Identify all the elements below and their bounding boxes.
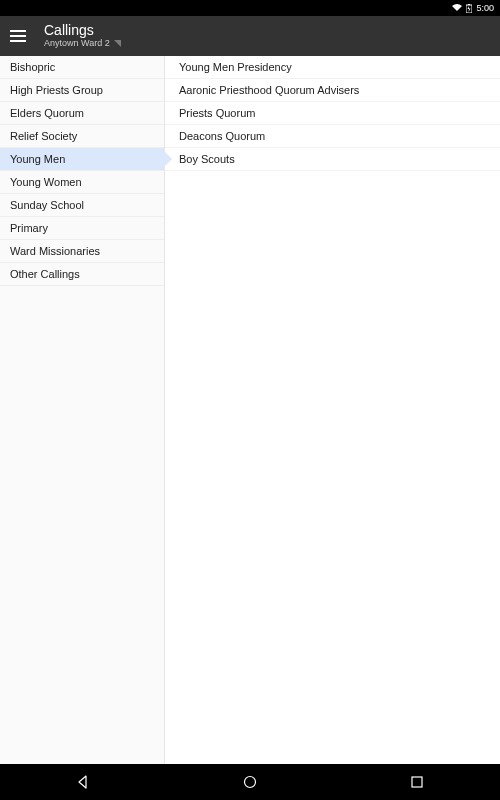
sidebar-item-label: Ward Missionaries [10, 245, 100, 257]
detail-item-label: Priests Quorum [179, 107, 255, 119]
sidebar-item-label: Other Callings [10, 268, 80, 280]
sidebar-item-bishopric[interactable]: Bishopric [0, 56, 164, 79]
svg-rect-1 [468, 4, 470, 5]
sidebar-item-label: Primary [10, 222, 48, 234]
back-button[interactable] [65, 764, 101, 800]
action-bar: Callings Anytown Ward 2 [0, 16, 500, 56]
sidebar-item-elders-quorum[interactable]: Elders Quorum [0, 102, 164, 125]
sidebar-item-label: Sunday School [10, 199, 84, 211]
content: Bishopric High Priests Group Elders Quor… [0, 56, 500, 764]
svg-rect-3 [412, 777, 422, 787]
organization-list: Bishopric High Priests Group Elders Quor… [0, 56, 165, 764]
detail-item[interactable]: Priests Quorum [165, 102, 500, 125]
sidebar-item-label: Young Men [10, 153, 65, 165]
svg-point-2 [244, 777, 255, 788]
sidebar-item-label: Young Women [10, 176, 82, 188]
battery-icon [466, 4, 472, 13]
sidebar-item-sunday-school[interactable]: Sunday School [0, 194, 164, 217]
detail-item-label: Aaronic Priesthood Quorum Advisers [179, 84, 359, 96]
sidebar-item-ward-missionaries[interactable]: Ward Missionaries [0, 240, 164, 263]
sidebar-item-young-men[interactable]: Young Men [0, 148, 164, 171]
status-bar: 5:00 [0, 0, 500, 16]
home-button[interactable] [232, 764, 268, 800]
unit-name: Anytown Ward 2 [44, 39, 110, 49]
detail-item[interactable]: Boy Scouts [165, 148, 500, 171]
detail-item-label: Deacons Quorum [179, 130, 265, 142]
page-title: Callings [44, 23, 121, 38]
sidebar-item-young-women[interactable]: Young Women [0, 171, 164, 194]
sidebar-item-other-callings[interactable]: Other Callings [0, 263, 164, 286]
recents-button[interactable] [399, 764, 435, 800]
sidebar-item-high-priests-group[interactable]: High Priests Group [0, 79, 164, 102]
navigation-bar [0, 764, 500, 800]
detail-item-label: Young Men Presidency [179, 61, 292, 73]
sidebar-item-label: High Priests Group [10, 84, 103, 96]
menu-icon[interactable] [10, 26, 30, 46]
sidebar-item-primary[interactable]: Primary [0, 217, 164, 240]
detail-item-label: Boy Scouts [179, 153, 235, 165]
sidebar-item-label: Relief Society [10, 130, 77, 142]
detail-item[interactable]: Young Men Presidency [165, 56, 500, 79]
clock: 5:00 [476, 3, 494, 13]
sidebar-item-label: Bishopric [10, 61, 55, 73]
suborganization-list: Young Men Presidency Aaronic Priesthood … [165, 56, 500, 764]
sidebar-item-label: Elders Quorum [10, 107, 84, 119]
wifi-icon [452, 4, 462, 12]
dropdown-icon [114, 40, 121, 47]
detail-item[interactable]: Aaronic Priesthood Quorum Advisers [165, 79, 500, 102]
detail-item[interactable]: Deacons Quorum [165, 125, 500, 148]
unit-selector[interactable]: Anytown Ward 2 [44, 39, 121, 49]
sidebar-item-relief-society[interactable]: Relief Society [0, 125, 164, 148]
